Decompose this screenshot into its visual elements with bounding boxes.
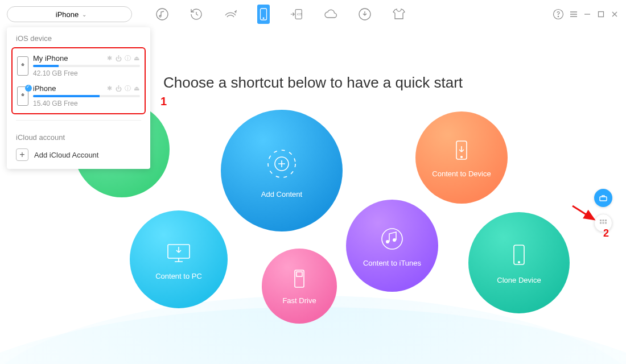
storage-bar [33, 95, 140, 97]
history-icon[interactable] [189, 7, 204, 22]
device-selector-label: iPhone [56, 10, 79, 19]
ios-section-label: iOS device [7, 27, 150, 47]
to-pc-icon [163, 239, 194, 266]
device-dropdown: iOS device My iPhone ✱ ⏻ ⓘ ⏏ 42.10 GB Fr… [7, 27, 150, 169]
bubble-label: Content to Device [432, 169, 491, 178]
info-icon[interactable]: ⓘ [124, 85, 131, 92]
bubble-content-to-pc[interactable]: Content to PC [130, 210, 228, 308]
device-row[interactable]: iPhone ✱ ⏻ ⓘ ⏏ 15.40 GB Free [16, 81, 141, 111]
device-row[interactable]: My iPhone ✱ ⏻ ⓘ ⏏ 42.10 GB Free [16, 51, 141, 81]
svg-rect-21 [603, 220, 604, 221]
close-button[interactable] [610, 10, 619, 19]
svg-rect-22 [605, 220, 607, 221]
device-icon [17, 56, 28, 76]
power-icon[interactable]: ⏻ [115, 85, 122, 92]
clone-device-icon [507, 242, 531, 270]
bubble-add-content[interactable]: Add Content [221, 110, 343, 231]
fast-drive-icon [290, 268, 309, 291]
storage-free: 42.10 GB Free [33, 69, 140, 77]
device-actions: ✱ ⏻ ⓘ ⏏ [106, 85, 140, 92]
svg-point-18 [518, 261, 520, 263]
window-controls [552, 8, 619, 20]
bubble-label: Clone Device [497, 276, 541, 284]
to-ios-icon[interactable]: iOS [289, 7, 304, 22]
plus-icon: + [16, 148, 28, 161]
storage-bar [33, 65, 140, 67]
annotation-1: 1 [160, 95, 167, 108]
maximize-button[interactable] [596, 10, 606, 19]
music-icon[interactable] [155, 7, 170, 22]
annotation-2: 2 [603, 228, 609, 239]
bubble-label: Content to PC [155, 272, 202, 280]
eject-icon[interactable]: ⏏ [133, 85, 140, 92]
svg-rect-8 [599, 12, 604, 17]
bubble-content-to-device[interactable]: Content to Device [415, 111, 508, 204]
download-icon[interactable] [357, 7, 372, 22]
svg-rect-15 [296, 272, 302, 276]
svg-rect-25 [605, 222, 607, 224]
gear-icon[interactable]: ✱ [106, 85, 113, 92]
bubble-content-to-itunes[interactable]: Content to iTunes [346, 200, 438, 292]
minimize-button[interactable] [583, 10, 592, 19]
device-name: My iPhone [33, 54, 68, 63]
bubble-label: Add Content [261, 190, 302, 198]
to-device-icon [448, 138, 475, 164]
device-icon [17, 86, 28, 106]
tshirt-icon[interactable] [392, 7, 406, 22]
svg-point-12 [461, 156, 463, 158]
cloud-icon[interactable] [323, 7, 338, 22]
device-list: My iPhone ✱ ⏻ ⓘ ⏏ 42.10 GB Free iPhone [11, 47, 146, 114]
gear-icon[interactable]: ✱ [106, 55, 113, 62]
svg-rect-23 [600, 222, 602, 224]
svg-rect-24 [603, 222, 604, 224]
bubble-fast-drive[interactable]: Fast Drive [262, 249, 337, 324]
svg-point-16 [382, 229, 402, 249]
icloud-section-label: iCloud account [7, 126, 150, 146]
check-icon [25, 85, 32, 92]
svg-line-26 [573, 206, 594, 220]
info-icon[interactable]: ⓘ [124, 55, 131, 62]
annotation-arrow [570, 204, 599, 224]
svg-rect-20 [600, 220, 602, 221]
svg-rect-19 [600, 197, 607, 201]
toolbar-tabs: iOS [155, 5, 406, 24]
device-actions: ✱ ⏻ ⓘ ⏏ [106, 55, 140, 62]
eject-icon[interactable]: ⏏ [133, 55, 140, 62]
to-itunes-icon [378, 225, 406, 253]
menu-icon[interactable] [569, 10, 578, 19]
svg-point-7 [558, 16, 558, 16]
toolbar: iPhone ⌄ iOS [0, 0, 626, 28]
chevron-down-icon: ⌄ [82, 11, 87, 18]
phone-icon[interactable] [257, 5, 270, 24]
bubble-label: Fast Drive [282, 296, 316, 305]
bubble-label: Content to iTunes [363, 259, 421, 267]
device-selector[interactable]: iPhone ⌄ [7, 6, 132, 22]
power-icon[interactable]: ⏻ [115, 55, 122, 62]
svg-text:iOS: iOS [297, 13, 303, 16]
help-icon[interactable] [552, 8, 565, 20]
add-icloud-button[interactable]: + Add iCloud Account [16, 148, 141, 161]
svg-point-2 [263, 18, 264, 19]
add-icloud-label: Add iCloud Account [34, 151, 98, 159]
add-content-icon [261, 143, 302, 184]
storage-free: 15.40 GB Free [33, 100, 140, 107]
device-name: iPhone [33, 84, 56, 93]
bubble-clone-device[interactable]: Clone Device [468, 212, 570, 313]
svg-point-0 [156, 9, 168, 20]
wifi-sync-icon[interactable] [223, 7, 238, 22]
